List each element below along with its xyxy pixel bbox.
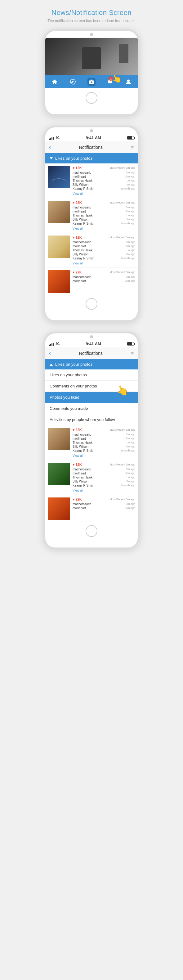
home-button[interactable] [85,92,98,104]
user-item-2-3: Billy Wilson3w ago [73,252,135,256]
time-ago-1-4: 1month ago [120,484,135,487]
time-ago-3-0: 3m ago [126,275,135,279]
phone3-dropdown-menu: Likes on your photosComments on your pho… [45,369,138,425]
nav-title: Notifications [79,145,103,150]
user-item-0-2: Thomas Hawk1w ago [73,441,135,445]
phone3-dropdown-arrow [50,364,53,366]
photo-info-0: ♥ 22KMost Recent 3m agomachorosario3m ag… [73,428,135,459]
tab-home[interactable] [45,78,64,86]
photo-row-1: ♥ 12KMost Recent 3m agomachorosario3m ag… [45,460,138,495]
user-item-1-3: Billy Wilson3w ago [73,218,135,221]
user-name-2-0: machorosario [73,240,92,244]
tab-explore[interactable] [64,78,82,86]
user-item-1-2: Thomas Hawk1w ago [73,213,135,218]
user-item-2-1: mwilheart16m ago [73,244,135,248]
user-name-1-3: Billy Wilson [73,480,88,483]
photo-thumb-3[interactable] [48,270,70,293]
menu-button[interactable]: ≡ [131,145,134,150]
time-ago-2-2: 1w ago [126,248,135,252]
phone3-status-bar: 4G 9:41 AM [45,340,138,347]
phone3-home-area [45,521,138,538]
user-item-0-4: Kearny R Smith1month ago [73,187,135,191]
phone2-home-button[interactable] [85,298,98,310]
photo-thumb-1[interactable] [48,463,70,485]
user-name-1-4: Kearny R Smith [73,222,94,225]
menu-item-3[interactable]: Comments you made [45,403,138,414]
view-all-link-0[interactable]: View all [73,453,135,459]
view-all-link-0[interactable]: View all [73,191,135,197]
phone3-notch [45,333,138,340]
user-item-0-0: machorosario3m ago [73,433,135,437]
time-ago-0-0: 3m ago [126,171,135,174]
time-ago-1-2: 1w ago [126,214,135,217]
photo-info-header-0: ♥ 12KMost Recent 3m ago [73,166,135,170]
like-count-3: ♥ 22K [73,270,82,274]
photo-info-header-1: ♥ 22KMost Recent 3m ago [73,201,135,204]
phone1-photo [45,38,138,75]
signal-bars [49,136,54,140]
phone3-menu-button[interactable]: ≡ [131,350,134,356]
menu-item-0[interactable]: Likes on your photos [45,369,138,381]
user-item-1-1: mwilheart16m ago [73,209,135,213]
user-item-0-3: Billy Wilson5w ago [73,445,135,449]
user-name-1-3: Billy Wilson [73,218,88,221]
phone3-section-header[interactable]: Likes on your photos [45,359,138,369]
time-ago-3-1: 16m ago [125,279,135,283]
phone3-nav-bar: ‹ Notifications ≡ [45,347,138,359]
battery-area [127,136,134,140]
phone3-battery-icon [127,342,134,345]
photo-row-2: ♥ 12KMost Recent 3m agomachorosario3m ag… [45,233,138,268]
page-header: News/Notification Screen The notificatio… [0,0,183,29]
user-item-2-2: Thomas Hawk1w ago [73,248,135,252]
time-ago-1-1: 16m ago [125,210,135,213]
bar1 [49,138,50,140]
user-name-0-4: Kearny R Smith [73,449,94,452]
most-recent-label-1: Most Recent 3m ago [109,201,135,204]
like-count-0: ♥ 12K [73,166,82,170]
phone2-shell: 4G 9:41 AM ‹ Notifications ≡ Likes on yo… [43,126,140,322]
notification-section-header[interactable]: Likes on your photos [45,153,138,164]
battery-fill [128,137,132,139]
photo-thumb-2[interactable] [48,235,70,258]
time-ago-2-3: 3w ago [126,253,135,256]
photo-thumb-0[interactable] [48,428,70,450]
phone3-photo-list: ♥ 22KMost Recent 3m agomachorosario3m ag… [45,425,138,521]
tab-camera[interactable] [82,78,101,86]
photo-info-1: ♥ 22KMost Recent 3m agomachorosario3m ag… [73,201,135,231]
time-ago-0-2: 1w ago [126,179,135,182]
phone3-nav-title: Notifications [79,351,103,356]
photo-thumb-0[interactable] [48,166,70,188]
photo-thumb-1[interactable] [48,201,70,223]
like-count-1: ♥ 12K [73,463,82,466]
time-ago-0-4: 1month ago [120,449,135,452]
phone3-back-button[interactable]: ‹ [49,350,51,356]
user-list-2: machorosario3m agomwilheart16m agoThomas… [73,240,135,260]
phone3-home-button[interactable] [85,525,98,537]
view-all-link-1[interactable]: View all [73,226,135,231]
user-item-3-1: mwilheart16m ago [73,279,135,283]
photo-thumb-2[interactable] [48,498,70,520]
tab-profile[interactable] [119,78,138,86]
user-name-3-0: machorosario [73,275,92,279]
view-all-link-1[interactable]: View all [73,487,135,493]
home-button-area [45,88,138,105]
time-ago-0-1: 16m ago [125,437,135,440]
bar3 [52,137,52,140]
camera-icon [87,78,96,86]
back-button[interactable]: ‹ [49,144,51,150]
time-ago-2-1: 16m ago [125,245,135,248]
view-all-link-2[interactable]: View all [73,260,135,266]
phone3-signal: 4G [49,342,60,346]
photo-info-header-0: ♥ 22KMost Recent 3m ago [73,428,135,431]
phone2-notch [45,127,138,134]
network-label: 4G [55,136,60,140]
menu-item-4[interactable]: Activities by people whom you follow [45,414,138,425]
heart-icon: ♥ [73,235,75,239]
tab-notifications[interactable]: 1 👆 [101,78,120,86]
user-item-0-4: Kearny R Smith1month ago [73,449,135,453]
time-ago-1-2: 1w ago [126,476,135,479]
dropdown-arrow-icon [50,157,53,159]
phone1-shell: 1 👆 [43,29,140,116]
phone3-network: 4G [55,342,60,345]
phone3-section-title: Likes on your photos [55,362,92,367]
